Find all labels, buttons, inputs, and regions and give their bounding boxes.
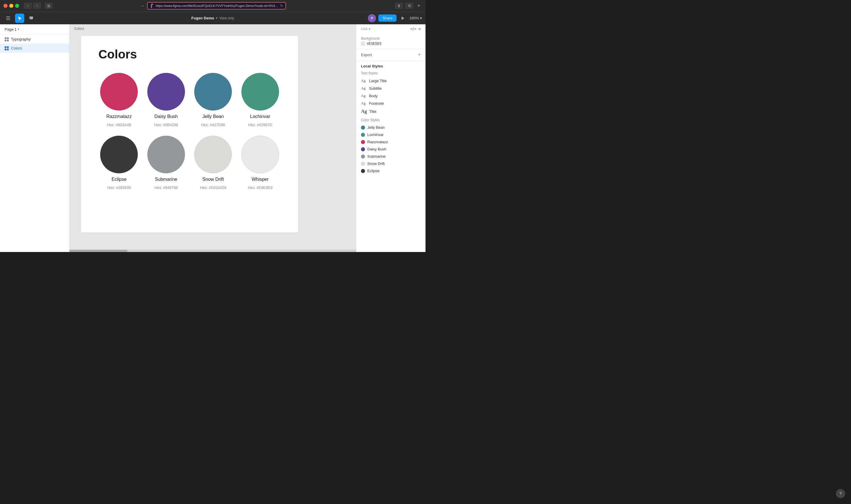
background-section: Background #E5E5E5	[356, 34, 425, 49]
colors-title: Colors	[99, 48, 281, 61]
background-label: Background	[361, 36, 421, 40]
jellybean-name: Jelly Bean	[202, 114, 224, 119]
svg-rect-7	[6, 19, 10, 20]
export-section: Export +	[356, 49, 425, 61]
color-item-snowdrift: Snow Drift Hex: #DADAD9	[193, 136, 234, 190]
daisybush-circle	[147, 73, 185, 110]
share-button[interactable]: Share	[378, 15, 396, 22]
grid-icon	[5, 37, 9, 41]
address-bar-container: → https://www.figma.com/file/61xw2FQn61X…	[140, 2, 286, 10]
zoom-level[interactable]: 180% ▾	[409, 16, 422, 20]
jellybean-circle	[194, 73, 232, 110]
cs-daisybush[interactable]: Daisy Bush	[356, 146, 425, 153]
sidebar-item-colors[interactable]: Colors	[0, 44, 69, 53]
svg-marker-8	[402, 17, 404, 20]
footnote-label: Footnote	[369, 101, 384, 106]
move-tool-button[interactable]	[15, 14, 24, 23]
svg-rect-16	[7, 49, 9, 50]
maximize-traffic-light[interactable]	[15, 4, 19, 8]
breadcrumb: Colors	[74, 26, 84, 31]
tabs-icon-button[interactable]: ⧉	[405, 3, 413, 9]
ag-icon-title: Ag	[361, 108, 367, 114]
right-panel-header: CSS ▾ </> ≡	[356, 24, 425, 34]
cs-name-lochinvar: Lochinvar	[367, 132, 384, 137]
style-subtitle[interactable]: Ag Subtitle	[356, 85, 425, 92]
svg-rect-2	[151, 5, 152, 6]
lochinvar-name: Lochinvar	[250, 114, 270, 119]
cs-razzmatazz[interactable]: Razzmatazz	[356, 138, 425, 146]
comment-tool-button[interactable]	[26, 14, 36, 23]
cs-dot-daisybush	[361, 147, 365, 151]
main-area: Page 1 ▾ Typography	[0, 24, 425, 252]
cs-snowdrift[interactable]: Snow Drift	[356, 160, 425, 167]
color-styles-label: Color Styles	[356, 116, 425, 124]
sidebar-colors-label: Colors	[11, 46, 22, 50]
cs-lochinvar[interactable]: Lochinvar	[356, 131, 425, 138]
sidebar-item-typography[interactable]: Typography	[0, 35, 69, 44]
cs-jellybean[interactable]: Jelly Bean	[356, 124, 425, 131]
snowdrift-hex: Hex: #DADAD9	[200, 185, 226, 190]
razzmatazz-circle	[100, 73, 138, 110]
colors-grid: Razzmatazz Hex: #803A4B Daisy Bush Hex: …	[99, 73, 281, 190]
horizontal-scrollbar[interactable]	[69, 250, 356, 252]
svg-rect-14	[7, 46, 9, 48]
view-only-label: View only	[219, 16, 234, 20]
background-color-swatch[interactable]	[361, 42, 365, 46]
color-item-daisybush: Daisy Bush Hex: #5B4296	[146, 73, 187, 127]
background-value-row: #E5E5E5	[361, 42, 421, 46]
export-plus-icon[interactable]: +	[418, 52, 421, 58]
whisper-name: Whisper	[251, 177, 269, 182]
forward-button[interactable]: ›	[33, 3, 41, 9]
razzmatazz-hex: Hex: #803A4B	[107, 123, 131, 127]
ag-icon-footnote: Ag	[361, 101, 367, 106]
sidebar-toggle-button[interactable]: ⊞	[45, 3, 53, 9]
page-selector[interactable]: Page 1 ▾	[0, 24, 69, 35]
text-styles-label: Text Styles	[356, 70, 425, 77]
background-hex-value: #E5E5E5	[367, 42, 382, 46]
style-footnote[interactable]: Ag Footnote	[356, 100, 425, 107]
right-sidebar: CSS ▾ </> ≡ Background #E5E5E5 Export + …	[356, 24, 425, 252]
razzmatazz-name: Razzmatazz	[106, 114, 132, 119]
css-selector[interactable]: CSS ▾	[361, 27, 371, 31]
close-traffic-light[interactable]	[3, 4, 7, 8]
jellybean-hex: Hex: #427D96	[201, 123, 225, 127]
minimize-traffic-light[interactable]	[9, 4, 13, 8]
cs-eclipse[interactable]: Eclipse	[356, 167, 425, 175]
menu-button[interactable]	[3, 14, 13, 23]
title-bar-actions: ⬆ ⧉ +	[395, 3, 422, 9]
cs-submarine[interactable]: Submarine	[356, 153, 425, 160]
figma-favicon-icon	[150, 4, 154, 8]
page-name: Page 1	[5, 27, 17, 32]
lochinvar-circle	[242, 73, 279, 110]
style-body[interactable]: Ag Body	[356, 92, 425, 100]
toolbar-right: P Share 180% ▾	[368, 14, 422, 22]
nav-buttons: ‹ ›	[24, 3, 41, 9]
code-icon[interactable]: </>	[410, 26, 416, 31]
back-button[interactable]: ‹	[24, 3, 32, 9]
style-large-title[interactable]: Ag Large Title	[356, 77, 425, 85]
refresh-icon[interactable]: ↻	[280, 4, 283, 8]
svg-rect-15	[5, 49, 6, 50]
scrollbar-thumb[interactable]	[69, 250, 127, 252]
css-label: CSS	[361, 27, 368, 31]
canvas-frame: Colors Razzmatazz Hex: #803A4B Daisy Bus…	[81, 36, 298, 233]
svg-rect-5	[6, 17, 10, 17]
whisper-hex: Hex: #E9E9E9	[248, 185, 272, 190]
traffic-lights	[3, 4, 19, 8]
address-bar[interactable]: https://www.figma.com/file/61xw2FQn61Xr7…	[147, 2, 286, 10]
submarine-circle	[147, 136, 185, 173]
eclipse-circle	[100, 136, 138, 173]
snowdrift-name: Snow Drift	[202, 177, 224, 182]
figma-toolbar: Fugen Demo ▾ View only P Share 180% ▾	[0, 12, 425, 24]
style-title[interactable]: Ag Title	[356, 107, 425, 116]
submarine-name: Submarine	[155, 177, 177, 182]
share-icon-button[interactable]: ⬆	[395, 3, 403, 9]
cs-dot-snowdrift	[361, 162, 365, 166]
color-item-lochinvar: Lochinvar Hex: #42967D	[240, 73, 281, 127]
avatar: P	[368, 14, 376, 22]
play-button[interactable]	[399, 14, 407, 22]
body-label: Body	[369, 94, 378, 98]
list-icon[interactable]: ≡	[419, 26, 421, 31]
new-tab-button[interactable]: +	[416, 3, 422, 9]
svg-rect-11	[5, 40, 6, 41]
